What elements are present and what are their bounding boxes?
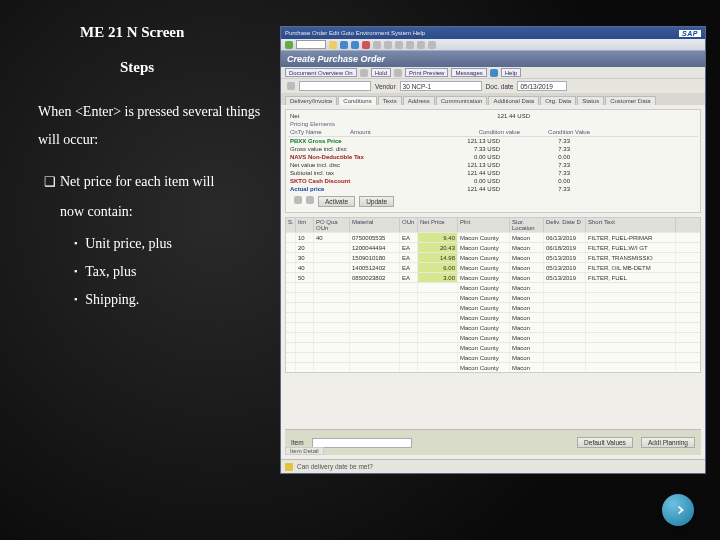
docdate-field[interactable]: 05/13/2019 bbox=[517, 81, 567, 91]
print-icon[interactable] bbox=[373, 41, 381, 49]
pricing-row[interactable]: PBXX Gross Price121.13 USD7.33 bbox=[288, 137, 698, 145]
sap-window: Purchase Order Edit Goto Environment Sys… bbox=[280, 26, 706, 474]
tab-address[interactable]: Address bbox=[403, 96, 435, 105]
last-page-icon[interactable] bbox=[428, 41, 436, 49]
item-detail-toggle[interactable]: Item Detail bbox=[285, 447, 324, 455]
pricing-columns: CnTy Name Amount Condition value Conditi… bbox=[288, 128, 698, 137]
bullet-item: Unit price, plus bbox=[38, 230, 273, 258]
next-slide-button[interactable] bbox=[662, 494, 694, 526]
item-row-empty[interactable]: Macon CountyMacon bbox=[286, 362, 700, 372]
po-type-field[interactable] bbox=[299, 81, 371, 91]
pricing-panel: Net 121.44 USD Pricing Elements CnTy Nam… bbox=[285, 109, 701, 213]
docdate-label: Doc. date bbox=[486, 83, 514, 90]
status-bar: Item Detail Can delivery date be met? bbox=[281, 459, 705, 473]
item-row-empty[interactable]: Macon CountyMacon bbox=[286, 302, 700, 312]
info-icon[interactable] bbox=[490, 69, 498, 77]
condition-name: Net value incl. disc bbox=[290, 162, 410, 168]
item-overview-grid: S. Itm PO Qua OUn Material OUn Net Price… bbox=[285, 217, 701, 373]
condition-name: SKTO Cash Discount bbox=[290, 178, 410, 184]
first-page-icon[interactable] bbox=[395, 41, 403, 49]
default-values-button[interactable]: Default Values bbox=[577, 437, 633, 448]
prev-page-icon[interactable] bbox=[406, 41, 414, 49]
doc-overview-button[interactable]: Document Overview On bbox=[285, 68, 357, 77]
gh-storloc: Stor. Location bbox=[510, 218, 544, 232]
item-row[interactable]: 10400750005535EA9.40Macon CountyMacon06/… bbox=[286, 232, 700, 242]
condition-value: 0.00 bbox=[500, 154, 570, 160]
update-button[interactable]: Update bbox=[359, 196, 394, 207]
gh-netprice: Net Price bbox=[418, 218, 458, 232]
pricing-row[interactable]: NAVS Non-Deductible Tax0.00 USD0.00 bbox=[288, 153, 698, 161]
item-row-empty[interactable]: Macon CountyMacon bbox=[286, 352, 700, 362]
back-icon[interactable] bbox=[340, 41, 348, 49]
enter-icon[interactable] bbox=[285, 41, 293, 49]
item-row[interactable]: 201200044494EA20.43Macon CountyMacon06/1… bbox=[286, 242, 700, 252]
analysis-icon[interactable] bbox=[306, 196, 314, 204]
tab-org[interactable]: Org. Data bbox=[540, 96, 576, 105]
tab-adddata[interactable]: Additional Data bbox=[488, 96, 539, 105]
print-preview-button[interactable]: Print Preview bbox=[405, 68, 448, 77]
bullet-item: Tax, plus bbox=[38, 258, 273, 286]
checklist-item-cont: now contain: bbox=[38, 198, 273, 226]
item-selector[interactable] bbox=[312, 438, 412, 448]
gh-item: Itm bbox=[296, 218, 314, 232]
item-row-empty[interactable]: Macon CountyMacon bbox=[286, 342, 700, 352]
exit-icon[interactable] bbox=[351, 41, 359, 49]
vendor-field[interactable]: 30 NCP-1 bbox=[400, 81, 482, 91]
tab-delivery[interactable]: Delivery/Invoice bbox=[285, 96, 337, 105]
command-field[interactable] bbox=[296, 40, 326, 49]
tab-conditions[interactable]: Conditions bbox=[338, 96, 376, 105]
next-page-icon[interactable] bbox=[417, 41, 425, 49]
pricing-section-label: Pricing Elements bbox=[288, 120, 698, 128]
col-amount: Amount bbox=[350, 129, 470, 135]
tab-comm[interactable]: Communication bbox=[436, 96, 488, 105]
addl-planning-button[interactable]: Addl Planning bbox=[641, 437, 695, 448]
item-row[interactable]: 301509010180EA14.98Macon CountyMacon05/1… bbox=[286, 252, 700, 262]
pricing-row[interactable]: SKTO Cash Discount0.00 USD0.00 bbox=[288, 177, 698, 185]
pricing-row[interactable]: Net value incl. disc121.13 USD7.33 bbox=[288, 161, 698, 169]
pricing-row[interactable]: Gross value incl. disc7.33 USD7.33 bbox=[288, 145, 698, 153]
condition-value: 7.33 bbox=[500, 186, 570, 192]
save-icon[interactable] bbox=[329, 41, 337, 49]
condition-name: NAVS Non-Deductible Tax bbox=[290, 154, 410, 160]
gh-status: S. bbox=[286, 218, 296, 232]
item-row[interactable]: 500850023802EA3.00Macon CountyMacon05/13… bbox=[286, 272, 700, 282]
item-row-empty[interactable]: Macon CountyMacon bbox=[286, 292, 700, 302]
cancel-icon[interactable] bbox=[362, 41, 370, 49]
expand-header-icon[interactable] bbox=[287, 82, 295, 90]
hold-button[interactable]: Hold bbox=[371, 68, 391, 77]
condition-record-icon[interactable] bbox=[294, 196, 302, 204]
item-row-empty[interactable]: Macon CountyMacon bbox=[286, 332, 700, 342]
condition-name: Subtotal incl. tax bbox=[290, 170, 410, 176]
activate-button[interactable]: Activate bbox=[318, 196, 355, 207]
tab-texts[interactable]: Texts bbox=[378, 96, 402, 105]
condition-name: Actual price bbox=[290, 186, 410, 192]
help-button[interactable]: Help bbox=[501, 68, 521, 77]
menu-bar[interactable]: Purchase Order Edit Goto Environment Sys… bbox=[285, 30, 425, 36]
tab-custdata[interactable]: Customer Data bbox=[605, 96, 655, 105]
net-value: 121.44 USD bbox=[410, 113, 530, 119]
pricing-buttons: Activate Update bbox=[288, 193, 698, 210]
condition-value: 7.33 bbox=[500, 170, 570, 176]
standard-toolbar bbox=[281, 39, 705, 51]
check-icon[interactable] bbox=[394, 69, 402, 77]
sap-logo: SAP bbox=[679, 30, 701, 37]
tab-status[interactable]: Status bbox=[577, 96, 604, 105]
status-message: Can delivery date be met? bbox=[297, 463, 373, 470]
item-row-empty[interactable]: Macon CountyMacon bbox=[286, 322, 700, 332]
item-row[interactable]: 401400512402EA6.00Macon CountyMacon05/13… bbox=[286, 262, 700, 272]
pricing-row[interactable]: Subtotal incl. tax121.44 USD7.33 bbox=[288, 169, 698, 177]
item-row-empty[interactable]: Macon CountyMacon bbox=[286, 312, 700, 322]
col-cnty: CnTy Name bbox=[290, 129, 350, 135]
find-icon[interactable] bbox=[384, 41, 392, 49]
messages-button[interactable]: Messages bbox=[451, 68, 486, 77]
condition-value: 7.33 bbox=[500, 138, 570, 144]
bottom-toolbar: Item Default Values Addl Planning bbox=[285, 429, 701, 455]
pricing-row[interactable]: Actual price121.44 USD7.33 bbox=[288, 185, 698, 193]
grid-header: S. Itm PO Qua OUn Material OUn Net Price… bbox=[286, 218, 700, 232]
slide-title: ME 21 N Screen bbox=[38, 24, 273, 41]
gh-plant: Plnt bbox=[458, 218, 510, 232]
po-header: Vendor 30 NCP-1 Doc. date 05/13/2019 bbox=[281, 79, 705, 93]
create-icon[interactable] bbox=[360, 69, 368, 77]
gh-text: Short Text bbox=[586, 218, 676, 232]
item-row-empty[interactable]: Macon CountyMacon bbox=[286, 282, 700, 292]
